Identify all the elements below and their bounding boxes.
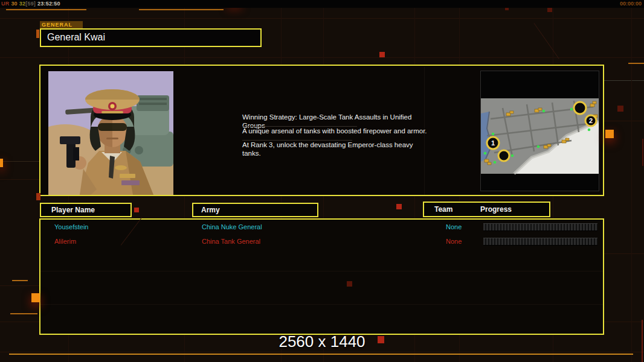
start-position-open-b [498, 150, 509, 161]
status-ur: UR [1, 1, 9, 7]
player-row-2: Alilerim China Tank General None [40, 235, 603, 250]
status-fps: 30 [11, 1, 17, 7]
column-header-team-progress: Team Progress [423, 202, 550, 217]
strategy-line-1: Winning Strategy: Large-Scale Tank Assau… [242, 113, 430, 127]
strategy-line-2: A unique arsenal of tanks with boosted f… [242, 127, 430, 141]
player-2-name: Alilerim [54, 238, 76, 245]
column-header-player-name: Player Name [40, 203, 132, 217]
general-tab-label: GENERAL [40, 21, 83, 28]
player-row-1: Yousefstein China Nuke General None [40, 221, 603, 235]
general-portrait-illustration [48, 71, 173, 195]
progress-header-label: Progress [480, 205, 512, 214]
player-2-team: None [446, 238, 462, 245]
gentool-status-text: UR3032[59]23:52:50 [1, 0, 62, 8]
status-value: 32 [19, 1, 25, 7]
strategy-line-3: At Rank 3, unlock the devastating Empero… [242, 141, 430, 154]
general-strategy-text: Winning Strategy: Large-Scale Tank Assau… [242, 113, 430, 154]
column-header-army: Army [192, 203, 318, 217]
general-name: General Kwai [47, 32, 105, 43]
resolution-watermark: 2560 x 1440 [0, 332, 644, 351]
player-1-loading-progress-bar [483, 223, 597, 231]
status-clock: 23:52:50 [37, 1, 60, 7]
army-header-label: Army [201, 206, 220, 214]
player-1-team: None [446, 223, 462, 230]
team-header-label: Team [434, 205, 452, 214]
general-title-box: General Kwai [40, 28, 262, 47]
player-1-army: China Nuke General [202, 223, 262, 230]
map-preview: 1 2 [480, 71, 599, 191]
player-2-army: China Tank General [202, 238, 260, 245]
top-status-bar: UR3032[59]23:52:50 00:00:00 [0, 0, 644, 8]
general-info-panel: Winning Strategy: Large-Scale Tank Assau… [39, 65, 604, 196]
minimap-image: 1 2 [481, 71, 599, 191]
match-timer: 00:00:00 [620, 0, 642, 8]
general-portrait [48, 71, 173, 195]
start-position-open-a [574, 102, 586, 114]
start-position-1-label: 1 [491, 139, 495, 147]
start-position-2-label: 2 [589, 117, 593, 124]
player-1-name: Yousefstein [54, 223, 88, 230]
status-bracket-value: [59] [25, 1, 36, 7]
player-roster-panel: Yousefstein China Nuke General None Alil… [39, 218, 604, 335]
player-2-loading-progress-bar [483, 238, 597, 246]
player-name-header-label: Player Name [51, 206, 95, 214]
game-loading-screen: UR3032[59]23:52:50 00:00:00 GENERAL Gene… [0, 0, 644, 362]
